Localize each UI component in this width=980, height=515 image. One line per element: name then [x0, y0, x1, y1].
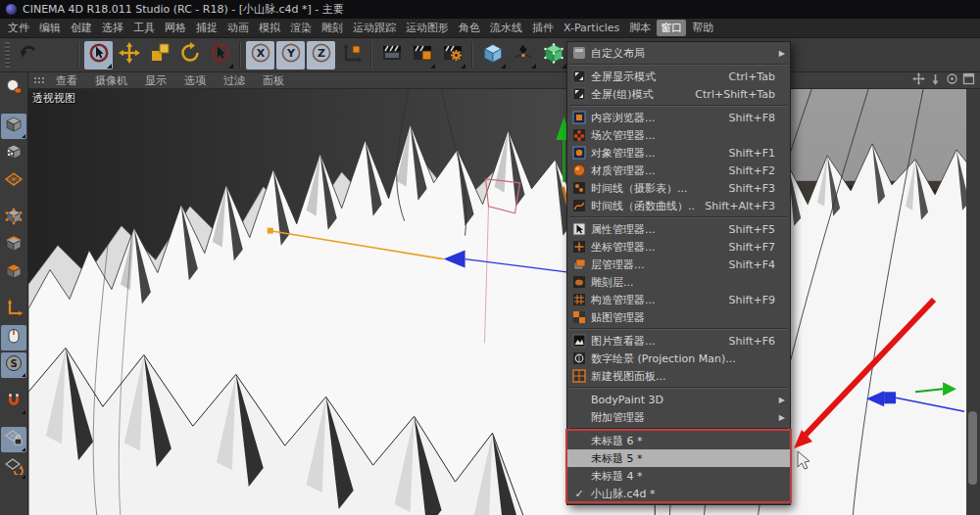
enable-axis-button[interactable] [1, 298, 26, 323]
zoom-camera-icon[interactable] [929, 72, 942, 88]
viewport-menu-item-1[interactable]: 查看 [47, 73, 86, 88]
toolbar-grip[interactable] [5, 42, 10, 68]
menubar-item-15[interactable]: 流水线 [486, 20, 526, 36]
snap-settings-button[interactable]: S [1, 352, 26, 378]
menu-item[interactable]: 坐标管理器...Shift+F7 [567, 238, 790, 256]
render-view-button[interactable] [377, 41, 406, 70]
magnet-snap-button[interactable] [1, 390, 26, 415]
viewport-menu-item-6[interactable]: 面板 [254, 73, 293, 88]
render-settings-button[interactable] [438, 41, 466, 70]
move-tool-button[interactable] [115, 41, 143, 70]
scale-tool-button[interactable] [145, 41, 173, 70]
lock-workplane-button[interactable] [1, 427, 26, 452]
menubar-item-14[interactable]: 角色 [455, 20, 484, 36]
redo-button[interactable] [44, 41, 73, 70]
menu-item[interactable]: 雕刻层... [567, 273, 790, 291]
viewport-menu-item-3[interactable]: 显示 [136, 73, 175, 88]
menu-item[interactable]: BodyPaint 3D▶ [567, 391, 790, 408]
menu-item[interactable]: 数字绘景 (Projection Man)... [567, 350, 790, 367]
model-mode-button[interactable] [1, 114, 26, 139]
menu-item[interactable]: 图片查看器...Shift+F6 [567, 332, 790, 350]
viewport-menu-item-2[interactable]: 摄像机 [86, 73, 136, 88]
menu-item[interactable]: 新建视图面板... [567, 367, 790, 385]
main-toolbar: XYZ [0, 38, 980, 72]
menu-item-label: 属性管理器... [591, 222, 718, 237]
menubar-item-3[interactable]: 创建 [67, 20, 96, 36]
edges-mode-button[interactable] [1, 233, 26, 258]
layout-icon [567, 46, 591, 60]
add-cube-primitive-button[interactable] [478, 41, 507, 70]
menu-item[interactable]: 贴图管理器 [567, 308, 790, 326]
make-editable-button[interactable] [1, 76, 26, 102]
viewport-menu-item-5[interactable]: 过滤 [215, 73, 254, 88]
planar-workplane-button[interactable] [1, 454, 26, 480]
render-to-picture-viewer-button[interactable] [408, 41, 436, 70]
subdivision-surface-button[interactable] [539, 41, 567, 70]
menu-item[interactable]: 内容浏览器...Shift+F8 [567, 109, 790, 126]
menubar-item-1[interactable]: 文件 [4, 20, 33, 36]
move-icon [119, 42, 140, 68]
menu-item[interactable]: 时间线（函数曲线）...Shift+Alt+F3 [567, 197, 790, 214]
menu-item-shortcut: Shift+F4 [728, 258, 775, 271]
menubar-item-4[interactable]: 选择 [98, 20, 127, 36]
menu-item[interactable]: 全屏显示模式Ctrl+Tab [567, 68, 790, 85]
menu-item[interactable]: 时间线（摄影表）...Shift+F3 [567, 179, 790, 197]
viewport-canvas[interactable]: 透视视图 [28, 89, 980, 515]
menubar-item-19[interactable]: 窗口 [657, 20, 686, 36]
undo-icon [18, 42, 39, 68]
menubar-item-7[interactable]: 捕捉 [192, 20, 221, 36]
menu-separator [569, 64, 788, 66]
undo-button[interactable] [14, 41, 42, 70]
menubar-item-6[interactable]: 网格 [161, 20, 190, 36]
workplane-mode-button[interactable] [1, 168, 26, 194]
texture-mode-button[interactable] [1, 141, 26, 166]
menu-item[interactable]: 对象管理器...Shift+F1 [567, 144, 790, 162]
menu-item-label: 时间线（函数曲线）... [591, 199, 695, 213]
menubar-item-18[interactable]: 脚本 [625, 20, 655, 36]
menubar-item-9[interactable]: 模拟 [255, 20, 284, 36]
pan-camera-icon[interactable] [912, 72, 925, 88]
menu-item[interactable]: 未标题 6 * [567, 432, 790, 449]
points-mode-button[interactable] [1, 206, 26, 231]
menubar-item-16[interactable]: 插件 [528, 20, 558, 36]
object-manager-icon [567, 146, 591, 160]
rotate-tool-button[interactable] [175, 41, 204, 70]
viewport-menu-item-4[interactable]: 选项 [175, 73, 215, 88]
polygons-mode-button[interactable] [1, 260, 26, 286]
spline-pen-button[interactable] [509, 41, 537, 70]
lock-x-axis-button[interactable]: X [246, 41, 274, 70]
menu-item[interactable]: 层管理器...Shift+F4 [567, 256, 790, 273]
menu-item[interactable]: 未标题 4 * [567, 467, 790, 485]
menubar-item-10[interactable]: 渲染 [286, 20, 316, 36]
menu-item[interactable]: 未标题 5 * [567, 449, 790, 467]
menu-item[interactable]: 构造管理器...Shift+F9 [567, 291, 790, 308]
menubar-item-13[interactable]: 运动图形 [402, 20, 453, 36]
menubar-item-8[interactable]: 动画 [223, 20, 253, 36]
rotate-camera-icon[interactable] [946, 72, 958, 88]
last-used-tool-button[interactable] [206, 41, 234, 70]
pen-icon [513, 42, 534, 68]
menubar-item-5[interactable]: 工具 [129, 20, 159, 36]
menu-item-shortcut: Shift+Alt+F3 [705, 200, 775, 212]
viewport-menu-grip-icon[interactable] [33, 76, 44, 84]
menu-item[interactable]: 附加管理器▶ [567, 408, 790, 426]
menubar-item-20[interactable]: 帮助 [688, 20, 717, 36]
lock-z-axis-button[interactable]: Z [307, 41, 335, 70]
menu-item[interactable]: 场次管理器... [567, 126, 790, 144]
menubar-item-17[interactable]: X-Particles [560, 21, 623, 35]
menu-item[interactable]: 自定义布局▶ [567, 44, 790, 62]
coordinate-system-button[interactable] [337, 41, 366, 70]
menu-item[interactable]: 属性管理器...Shift+F5 [567, 220, 790, 238]
menu-item[interactable]: ✓小山脉.c4d * [567, 485, 790, 502]
live-selection-button[interactable] [84, 41, 113, 70]
menu-item[interactable]: 材质管理器...Shift+F2 [567, 162, 790, 179]
lock-y-axis-button[interactable]: Y [276, 41, 305, 70]
menubar-item-2[interactable]: 编辑 [35, 20, 65, 36]
cube-model-icon [4, 115, 24, 138]
menubar-item-12[interactable]: 运动跟踪 [349, 20, 400, 36]
toggle-view-icon[interactable] [962, 72, 975, 88]
attribute-manager-icon [567, 222, 591, 236]
viewport-solo-button[interactable] [1, 325, 26, 351]
menubar-item-11[interactable]: 雕刻 [318, 20, 347, 36]
menu-item[interactable]: 全屏(组)模式Ctrl+Shift+Tab [567, 85, 790, 103]
